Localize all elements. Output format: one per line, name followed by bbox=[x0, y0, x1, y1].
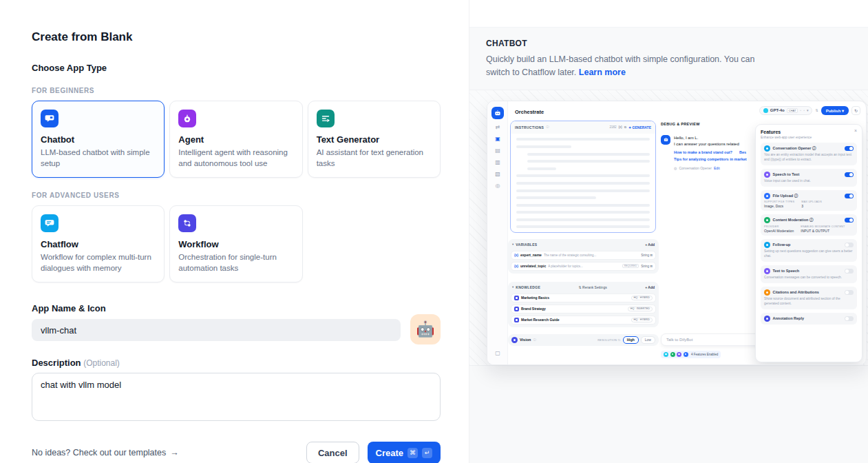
app-type-preview-panel: CHATBOT Quickly build an LLM-based chatb… bbox=[469, 0, 868, 463]
app-name-label: App Name & Icon bbox=[32, 303, 401, 313]
toggle-switch bbox=[845, 218, 854, 223]
variable-row: {x} unrelated_topic A placeholder for to… bbox=[511, 262, 656, 271]
temperature-icon: ◦ bbox=[800, 108, 801, 112]
add-variable-button: + Add bbox=[645, 243, 655, 247]
app-avatar-icon bbox=[491, 107, 504, 119]
chatbot-icon bbox=[41, 110, 59, 127]
follow-up-icon bbox=[764, 242, 770, 248]
skeleton-line bbox=[516, 211, 650, 214]
model-selector: GPT-4o CHAT ◦ ◦ ▾ bbox=[759, 106, 813, 115]
chevron-down-icon: ▾ bbox=[807, 108, 809, 112]
settings-icon: ◦ bbox=[803, 108, 805, 112]
app-type-card-text-generator[interactable]: Text Generator AI assistant for text gen… bbox=[308, 101, 441, 178]
variable-icon: {x} bbox=[619, 125, 622, 129]
card-label: Text Generator bbox=[317, 134, 432, 145]
text-to-speech-icon bbox=[764, 268, 770, 274]
dataset-icon bbox=[514, 296, 519, 300]
toggle-switch bbox=[845, 243, 854, 247]
create-button[interactable]: Create ⌘ ↵ bbox=[368, 442, 441, 463]
feature-chip-icon bbox=[677, 352, 681, 357]
app-type-card-chatbot[interactable]: Chatbot LLM-based chatbot with simple se… bbox=[32, 101, 165, 178]
speech-to-text-icon bbox=[764, 172, 770, 178]
vision-section: Vision ⓘ RESOLUTION ⓘ High Low bbox=[508, 334, 659, 346]
create-app-modal: Create from Blank Choose App Type FOR BE… bbox=[0, 0, 469, 463]
history-icon: ↻ bbox=[851, 106, 860, 115]
copy-icon: ⧉ bbox=[624, 125, 626, 129]
variable-icon: {x} bbox=[514, 254, 518, 257]
annotation-reply-icon bbox=[764, 316, 770, 322]
document-icon: ▥ bbox=[495, 160, 500, 165]
toggle-switch bbox=[845, 269, 854, 274]
features-panel: Features × Enhance web-app user experien… bbox=[755, 124, 862, 362]
toggle-switch bbox=[845, 316, 854, 321]
chatbot-preview-screenshot: ⇄ ▣ ▤ ▥ ▧ ◎ ▢ Orchestrate GPT-4o CHAT ◦ … bbox=[487, 101, 867, 365]
app-type-card-chatflow[interactable]: Chatflow Workflow for complex multi-turn… bbox=[32, 205, 165, 282]
text-generator-icon bbox=[317, 110, 335, 127]
debug-preview-column: DEBUG & PREVIEW Hello, I am L. I can ans… bbox=[661, 122, 764, 170]
card-desc: LLM-based chatbot with simple setup bbox=[41, 147, 156, 169]
advanced-cards: Chatflow Workflow for complex multi-turn… bbox=[32, 205, 441, 282]
instructions-skeleton bbox=[511, 138, 655, 228]
char-count: 2182 bbox=[610, 125, 617, 129]
for-advanced-users-label: FOR ADVANCED USERS bbox=[32, 192, 441, 199]
cmd-key-icon: ⌘ bbox=[407, 448, 418, 458]
skeleton-line bbox=[516, 174, 650, 177]
opener-icon: ◎ bbox=[674, 166, 677, 170]
file-upload-icon bbox=[764, 193, 770, 199]
preview-description: Quickly build an LLM-based chatbot with … bbox=[486, 53, 767, 80]
resolution-low-option: Low bbox=[641, 336, 655, 344]
preview-topbar bbox=[469, 0, 868, 28]
card-desc: Intelligent agent with reasoning and aut… bbox=[178, 147, 293, 169]
skeleton-line bbox=[516, 204, 650, 207]
hatched-background: ⇄ ▣ ▤ ▥ ▧ ◎ ▢ Orchestrate GPT-4o CHAT ◦ … bbox=[469, 90, 868, 366]
features-enabled-bar: 4 Features Enabled bbox=[661, 351, 721, 358]
description-textarea[interactable]: chat with vllm model bbox=[32, 373, 441, 421]
orchestrate-title: Orchestrate bbox=[515, 109, 544, 115]
skeleton-line bbox=[516, 182, 650, 185]
skeleton-line bbox=[527, 153, 650, 156]
dataset-icon bbox=[514, 318, 519, 322]
orchestrate-nav-icon: ▣ bbox=[495, 136, 500, 142]
variable-icon: {x} bbox=[514, 265, 518, 268]
toggle-switch bbox=[845, 172, 854, 177]
app-type-card-workflow[interactable]: Workflow Orchestration for single-turn a… bbox=[169, 205, 302, 282]
skeleton-line bbox=[516, 196, 596, 199]
card-label: Workflow bbox=[178, 239, 293, 249]
learn-more-link[interactable]: Learn more bbox=[579, 68, 626, 77]
index-mode-badge: HQ · INVERTED bbox=[628, 307, 653, 311]
card-desc: Workflow for complex multi-turn dialogue… bbox=[41, 252, 156, 274]
feature-item: Text to Speech Conversation messages can… bbox=[761, 265, 857, 283]
app-icon-picker[interactable]: 🤖 bbox=[410, 314, 441, 344]
modal-title: Create from Blank bbox=[32, 30, 441, 44]
instructions-panel: INSTRUCTIONS ⓘ 2182 {x} ⧉ ✦ GENERATE bbox=[510, 121, 656, 233]
knowledge-row: Marketing Basics HQ · HYBRID bbox=[511, 294, 656, 302]
chevron-down-icon: ▾ bbox=[512, 285, 514, 289]
skeleton-line bbox=[516, 225, 650, 228]
skeleton-line bbox=[527, 160, 650, 163]
skeleton-line bbox=[516, 145, 571, 148]
app-name-input[interactable] bbox=[32, 319, 401, 341]
variables-section: ▾ VARIABLES + Add {x} expert_name The na… bbox=[508, 239, 659, 274]
preview-sidebar: ⇄ ▣ ▤ ▥ ▧ ◎ ▢ bbox=[487, 101, 508, 364]
index-mode-badge: HQ · HYBRID bbox=[631, 318, 653, 322]
choose-app-type-label: Choose App Type bbox=[32, 63, 441, 73]
content-moderation-icon bbox=[764, 217, 770, 223]
description-label: Description (Optional) bbox=[32, 358, 441, 368]
model-bar: GPT-4o CHAT ◦ ◦ ▾ ⇅ Publish ▾ ↻ bbox=[759, 106, 860, 115]
card-label: Agent bbox=[178, 134, 293, 145]
feature-chip-icon bbox=[664, 352, 668, 357]
feature-item: Conversation Opener ⓘ You are an entity … bbox=[761, 143, 857, 165]
beginner-cards: Chatbot LLM-based chatbot with simple se… bbox=[32, 101, 441, 178]
toggle-switch bbox=[845, 194, 854, 198]
feature-item: Follow-up Setting up next questions sugg… bbox=[761, 239, 857, 262]
feature-item: Citations and Attributions Show source d… bbox=[761, 287, 857, 309]
templates-link[interactable]: No ideas? Check out our templates → bbox=[32, 448, 179, 457]
app-type-card-agent[interactable]: Agent Intelligent agent with reasoning a… bbox=[169, 101, 302, 178]
knowledge-section: ▾ KNOWLEDGE ⇅ Rerank Settings + Add Mark… bbox=[508, 282, 659, 327]
feature-item: Annotation Reply bbox=[761, 313, 857, 325]
card-desc: Orchestration for single-turn automation… bbox=[178, 252, 293, 274]
cancel-button[interactable]: Cancel bbox=[306, 442, 359, 463]
notes-icon: ▧ bbox=[495, 172, 500, 177]
skeleton-line bbox=[516, 218, 650, 221]
edit-link: Edit bbox=[714, 166, 720, 170]
